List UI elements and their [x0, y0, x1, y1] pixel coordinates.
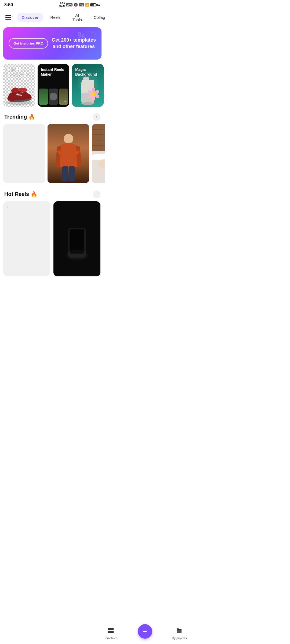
trending-card-3[interactable]	[92, 124, 105, 183]
hot-reels-title: Hot Reels 🔥	[4, 191, 37, 197]
reel-card-1[interactable]: ♪	[3, 201, 50, 276]
feature-card-label-reels: Instant Reels Maker	[41, 67, 69, 77]
status-bar: 8:50 8.79MB/S VPN 🔇 HD 📶 57	[0, 0, 105, 9]
feature-card-label-remove-bg: Remove Background	[6, 67, 35, 77]
hot-reels-cards-row: ♪ ♪	[0, 201, 105, 303]
svg-point-13	[92, 92, 95, 96]
promo-banner: % ◇ ○ + Get Instories PRO Get 200+ templ…	[3, 27, 102, 60]
get-pro-button[interactable]: Get Instories PRO	[9, 38, 48, 49]
svg-point-10	[92, 96, 95, 100]
feature-cards-row: Remove Background ✂ Instant Reels Maker	[0, 64, 105, 111]
status-icons: 8.79MB/S VPN 🔇 HD 📶 57	[59, 2, 100, 8]
svg-rect-17	[62, 166, 68, 181]
trending-emoji: 🔥	[28, 114, 35, 120]
svg-rect-19	[92, 124, 105, 151]
svg-point-5	[81, 102, 94, 105]
reel-card-2[interactable]: ♪	[53, 201, 100, 276]
signal-icon: 📶	[85, 3, 89, 7]
feature-card-reels[interactable]: ✂ Instant Reels Maker	[38, 64, 69, 107]
nav-bar: Discover Reels AI Tools Collage	[0, 9, 105, 27]
svg-rect-18	[69, 166, 75, 181]
tab-collage[interactable]: Collage	[89, 13, 105, 22]
tab-discover[interactable]: Discover	[17, 13, 43, 22]
svg-point-7	[92, 87, 95, 92]
trending-title: Trending 🔥	[4, 114, 35, 120]
scissors-icon: ✂	[64, 99, 67, 104]
trending-card-2[interactable]	[48, 124, 89, 183]
feature-card-label-magic-bg: Magic Background	[75, 67, 104, 77]
hot-reels-section-header: Hot Reels 🔥 ›	[0, 188, 105, 201]
hot-reels-see-more[interactable]: ›	[93, 191, 100, 198]
feature-card-remove-bg[interactable]: Remove Background	[3, 64, 35, 107]
promo-text: Get 200+ templates and other features	[48, 37, 96, 50]
status-time: 8:50	[4, 2, 13, 7]
trending-section-header: Trending 🔥 ›	[0, 111, 105, 124]
tab-ai-tools[interactable]: AI Tools	[68, 11, 87, 24]
trending-card-1[interactable]	[3, 124, 45, 183]
svg-rect-4	[83, 77, 89, 80]
feature-card-magic-bg[interactable]: Magic Background	[72, 64, 104, 107]
battery-icon	[90, 3, 96, 6]
network-speed: 8.79MB/S	[59, 2, 65, 8]
trending-cards-row: V	[0, 124, 105, 188]
hd-badge: HD	[79, 3, 84, 6]
svg-point-16	[64, 134, 73, 144]
music-icon-1: ♪	[6, 204, 9, 209]
menu-button[interactable]	[4, 14, 12, 21]
vpn-badge: VPN	[66, 3, 73, 6]
svg-point-38	[66, 250, 88, 260]
trending-see-more[interactable]: ›	[93, 113, 100, 121]
battery-percent: 57	[97, 3, 100, 6]
hot-reels-emoji: 🔥	[31, 191, 37, 197]
mute-icon: 🔇	[74, 3, 78, 7]
tab-reels[interactable]: Reels	[45, 13, 65, 22]
